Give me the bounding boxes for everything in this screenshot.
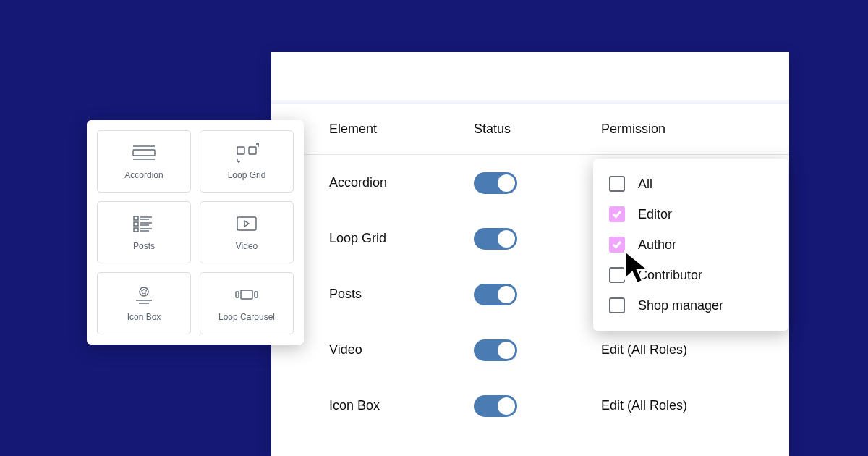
svg-rect-13 — [134, 228, 138, 232]
video-icon — [234, 214, 259, 234]
loop-carousel-icon — [234, 284, 259, 305]
permission-option-label: All — [638, 177, 652, 192]
status-toggle[interactable] — [474, 284, 517, 305]
checkbox-checked-icon[interactable] — [609, 237, 625, 253]
header-element: Element — [329, 122, 474, 137]
checkbox-checked-icon[interactable] — [609, 206, 625, 222]
widget-loop-grid[interactable]: Loop Grid — [200, 130, 294, 193]
permission-option-label: Shop manager — [638, 298, 723, 313]
header-status: Status — [474, 122, 601, 137]
status-toggle[interactable] — [474, 395, 517, 417]
widget-accordion[interactable]: Accordion — [97, 130, 191, 193]
widget-video[interactable]: Video — [200, 201, 294, 263]
table-header-row: Element Status Permission — [271, 104, 789, 155]
accordion-icon — [132, 143, 156, 163]
widget-label: Video — [236, 241, 258, 251]
permission-option[interactable]: All — [593, 169, 788, 199]
svg-rect-21 — [241, 290, 252, 299]
posts-icon — [132, 214, 156, 234]
checkbox-unchecked-icon[interactable] — [609, 267, 625, 283]
checkbox-unchecked-icon[interactable] — [609, 176, 625, 192]
widgets-palette: Accordion Loop Grid Posts Video Icon Box — [87, 120, 304, 345]
svg-rect-3 — [237, 147, 244, 154]
panel-topbar — [271, 52, 789, 104]
svg-marker-17 — [244, 221, 249, 227]
svg-rect-4 — [249, 147, 256, 154]
widget-posts[interactable]: Posts — [97, 201, 191, 263]
permission-value[interactable]: Edit (All Roles) — [601, 398, 739, 413]
widget-label: Loop Grid — [228, 170, 266, 180]
svg-rect-16 — [237, 217, 256, 230]
permission-option[interactable]: Shop manager — [593, 290, 788, 321]
checkbox-unchecked-icon[interactable] — [609, 297, 625, 313]
permission-option[interactable]: Contributor — [593, 260, 788, 290]
element-name: Loop Grid — [329, 231, 474, 246]
widget-label: Accordion — [124, 170, 163, 180]
widget-label: Icon Box — [127, 312, 161, 322]
status-toggle[interactable] — [474, 228, 517, 250]
loop-grid-icon — [234, 143, 259, 163]
table-row: Icon Box Edit (All Roles) — [329, 378, 739, 434]
status-toggle[interactable] — [474, 339, 517, 361]
permission-value[interactable]: Edit (All Roles) — [601, 342, 739, 358]
header-permission: Permission — [601, 122, 739, 137]
widget-label: Posts — [133, 241, 155, 251]
widget-icon-box[interactable]: Icon Box — [97, 272, 191, 334]
element-name: Video — [329, 342, 474, 358]
svg-rect-7 — [134, 216, 138, 220]
permission-dropdown: All Editor Author Contributor Shop manag… — [593, 159, 788, 331]
permission-option[interactable]: Author — [593, 229, 788, 260]
widget-loop-carousel[interactable]: Loop Carousel — [200, 272, 294, 334]
permission-option-label: Contributor — [638, 268, 702, 283]
svg-rect-10 — [134, 222, 138, 226]
icon-box-icon — [132, 284, 156, 305]
element-name: Icon Box — [329, 398, 474, 413]
permission-option-label: Author — [638, 237, 676, 253]
svg-rect-0 — [133, 150, 155, 156]
permission-option[interactable]: Editor — [593, 199, 788, 229]
element-name: Accordion — [329, 175, 474, 190]
status-toggle[interactable] — [474, 172, 517, 194]
svg-rect-22 — [236, 292, 239, 297]
element-name: Posts — [329, 287, 474, 302]
permission-option-label: Editor — [638, 207, 672, 222]
svg-rect-23 — [255, 292, 258, 297]
widget-label: Loop Carousel — [218, 312, 275, 322]
